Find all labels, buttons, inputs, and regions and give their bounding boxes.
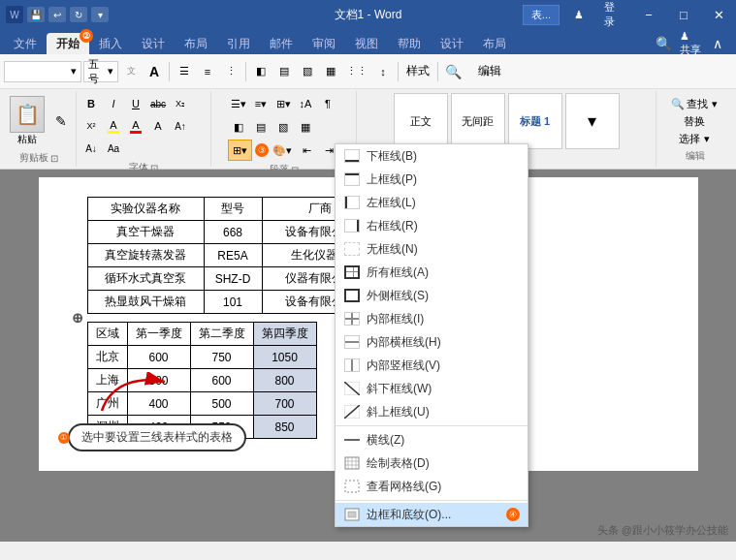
list-indent-btn[interactable]: ⊞▾ bbox=[272, 93, 294, 114]
login-label[interactable]: 登录 bbox=[596, 0, 631, 29]
font-color-button[interactable]: A bbox=[125, 115, 146, 137]
menu-item-inner-border[interactable]: 内部框线(I) bbox=[336, 307, 528, 330]
tab-layout[interactable]: 布局 bbox=[175, 33, 217, 54]
sort-btn[interactable]: ↕A bbox=[295, 93, 316, 114]
font-increase-btn2[interactable]: A↑ bbox=[170, 115, 191, 137]
align-justify-btn2[interactable]: ▦ bbox=[295, 116, 316, 138]
menu-item-bottom-border[interactable]: 下框线(B) bbox=[336, 144, 528, 168]
menu-item-outer-border[interactable]: 外侧框线(S) bbox=[336, 284, 528, 307]
menu-item-top-border[interactable]: 上框线(P) bbox=[336, 168, 528, 191]
direction-btn[interactable]: ↕ bbox=[372, 61, 394, 82]
superscript-button[interactable]: X² bbox=[80, 115, 102, 137]
menu-item-border-shading[interactable]: 边框和底纹(O)... ④ bbox=[336, 503, 528, 526]
find-button[interactable]: 🔍 查找 ▾ bbox=[660, 95, 728, 112]
tab-help[interactable]: 帮助 bbox=[388, 33, 431, 54]
menu-item-draw-table[interactable]: 绘制表格(D) bbox=[336, 451, 528, 475]
menu-item-right-border[interactable]: 右框线(R) bbox=[336, 214, 528, 237]
format-clear-btn[interactable]: Aa bbox=[103, 138, 124, 159]
collapse-ribbon-icon[interactable]: ∧ bbox=[707, 33, 728, 54]
font-color2-button[interactable]: A bbox=[147, 115, 169, 137]
tab-insert[interactable]: 插入 bbox=[89, 33, 132, 54]
font-size-dropdown[interactable]: 五号 ▾ bbox=[83, 61, 118, 82]
style-heading1[interactable]: 标题 1 bbox=[508, 93, 562, 149]
menu-item-horiz-line[interactable]: 横线(Z) bbox=[336, 428, 528, 451]
login-button[interactable]: 表... bbox=[523, 5, 560, 25]
title-bar: W 💾 ↩ ↻ ▾ 文档1 - Word 表... ♟ 登录 − □ ✕ bbox=[0, 0, 736, 29]
window-title: 文档1 - Word bbox=[335, 7, 402, 23]
table1-header-1: 型号 bbox=[204, 198, 262, 221]
tab-view[interactable]: 视图 bbox=[345, 33, 388, 54]
underline-button[interactable]: U bbox=[125, 93, 146, 114]
customize-button[interactable]: ▾ bbox=[91, 7, 109, 22]
replace-button[interactable]: 替换 bbox=[660, 112, 728, 130]
list-num-btn2[interactable]: ≡▾ bbox=[250, 93, 272, 114]
indent-dec-btn[interactable]: ⇤ bbox=[296, 140, 317, 161]
tab-design[interactable]: 设计 bbox=[132, 33, 175, 54]
add-table-icon[interactable]: ⊕ bbox=[72, 310, 83, 326]
show-marks-btn[interactable]: ¶ bbox=[317, 93, 338, 114]
paste-button[interactable]: 📋 粘贴 bbox=[6, 93, 48, 149]
border-shading-icon bbox=[343, 506, 361, 523]
style-no-spacing[interactable]: 无间距 bbox=[451, 93, 505, 149]
para-row3: ⊞▾ ③ 🎨▾ ⇤ ⇥ bbox=[228, 140, 339, 161]
font-buttons: B I U abc X₂ X² A A A A↑ bbox=[80, 93, 207, 159]
undo-button[interactable]: ↩ bbox=[48, 7, 66, 22]
menu-item-inner-vert[interactable]: 内部竖框线(V) bbox=[336, 354, 528, 377]
watermark: 头条 @跟小小筱学办公技能 bbox=[597, 523, 728, 538]
tab-home[interactable]: 开始 ② bbox=[47, 33, 89, 54]
menu-item-all-border[interactable]: 所有框线(A) bbox=[336, 261, 528, 284]
bold-button[interactable]: B bbox=[80, 93, 102, 114]
annotation-4: ④ bbox=[506, 508, 520, 521]
search-tab-icon[interactable]: 🔍 bbox=[653, 33, 674, 54]
align-right-btn2[interactable]: ▧ bbox=[272, 116, 294, 138]
right-border-icon bbox=[343, 217, 361, 234]
list-bullet-btn2[interactable]: ☰▾ bbox=[228, 93, 249, 114]
strikethrough-button[interactable]: abc bbox=[147, 93, 169, 114]
align-center-btn[interactable]: ▤ bbox=[273, 61, 295, 82]
style-items: 正文 无间距 标题 1 ▾ bbox=[394, 93, 620, 149]
redo-button[interactable]: ↻ bbox=[70, 7, 87, 22]
tab-layout2[interactable]: 布局 bbox=[473, 33, 516, 54]
font-name-dropdown[interactable]: ▾ bbox=[4, 61, 81, 82]
share-tab-icon[interactable]: ♟ 共享 bbox=[680, 33, 701, 54]
italic-button[interactable]: I bbox=[103, 93, 124, 114]
select-button[interactable]: 选择 ▾ bbox=[660, 130, 728, 147]
editing-search-btn[interactable]: 🔍 bbox=[442, 61, 464, 82]
list-bullet-btn[interactable]: ☰ bbox=[174, 61, 195, 82]
tab-mail[interactable]: 邮件 bbox=[260, 33, 303, 54]
menu-item-left-border[interactable]: 左框线(L) bbox=[336, 191, 528, 214]
align-center-btn2[interactable]: ▤ bbox=[250, 116, 272, 138]
column-btn[interactable]: ⋮⋮ bbox=[343, 61, 370, 82]
tab-file[interactable]: 文件 bbox=[4, 33, 47, 54]
align-right-btn[interactable]: ▧ bbox=[297, 61, 318, 82]
share-button[interactable]: ♟ bbox=[561, 0, 596, 29]
menu-item-inner-horiz[interactable]: 内部横框线(H) bbox=[336, 330, 528, 354]
red-arrow-svg bbox=[92, 372, 170, 420]
menu-item-diag-up[interactable]: 斜上框线(U) bbox=[336, 400, 528, 423]
minimize-button[interactable]: − bbox=[631, 0, 666, 29]
style-normal[interactable]: 正文 bbox=[394, 93, 448, 149]
tab-ref[interactable]: 引用 bbox=[217, 33, 260, 54]
list-multi-btn[interactable]: ⋮ bbox=[220, 61, 241, 82]
align-left-btn[interactable]: ◧ bbox=[250, 61, 272, 82]
tab-design2[interactable]: 设计 bbox=[431, 33, 473, 54]
menu-item-diag-down[interactable]: 斜下框线(W) bbox=[336, 377, 528, 400]
subscript-button[interactable]: X₂ bbox=[170, 93, 191, 114]
maximize-button[interactable]: □ bbox=[666, 0, 701, 29]
tab-review[interactable]: 审阅 bbox=[303, 33, 345, 54]
highlight-button[interactable]: A bbox=[103, 115, 124, 137]
font-decrease-btn2[interactable]: A↓ bbox=[80, 138, 102, 159]
style-more[interactable]: ▾ bbox=[565, 93, 620, 149]
menu-item-no-border[interactable]: 无框线(N) bbox=[336, 237, 528, 261]
border-button[interactable]: ⊞▾ bbox=[228, 140, 252, 161]
list-number-btn[interactable]: ≡ bbox=[197, 61, 218, 82]
shading-btn[interactable]: 🎨▾ bbox=[270, 140, 295, 161]
menu-item-view-grid[interactable]: 查看网格线(G) bbox=[336, 475, 528, 498]
save-button[interactable]: 💾 bbox=[27, 7, 45, 22]
all-border-icon bbox=[343, 264, 361, 281]
format-painter-btn[interactable]: ✎ bbox=[50, 110, 72, 132]
close-button[interactable]: ✕ bbox=[701, 0, 736, 29]
font-size-increase-btn[interactable]: A bbox=[144, 61, 165, 82]
align-left-btn2[interactable]: ◧ bbox=[228, 116, 249, 138]
align-justify-btn[interactable]: ▦ bbox=[320, 61, 341, 82]
